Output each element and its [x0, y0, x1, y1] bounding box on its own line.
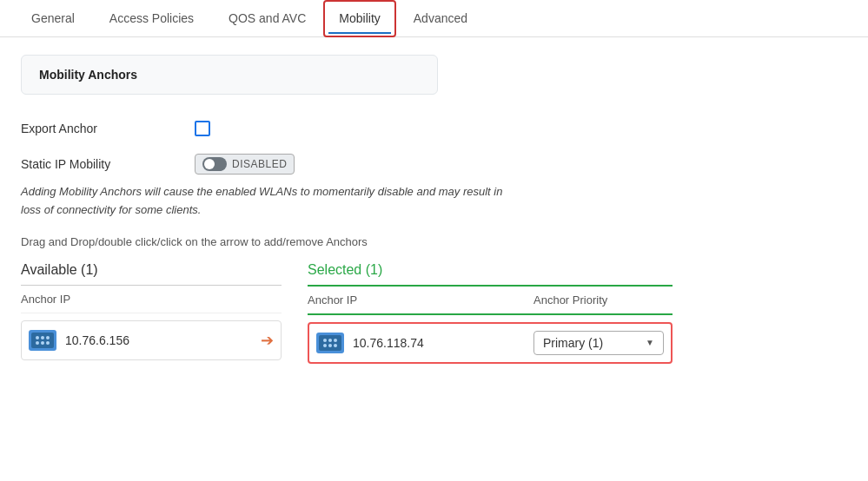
selected-anchor-ip-header: Anchor IP [308, 293, 533, 306]
selected-header: Selected (1) [308, 262, 673, 287]
dot [46, 341, 50, 345]
drag-hint: Drag and Drop/double click/click on the … [21, 235, 847, 248]
tab-qos-avc[interactable]: QOS and AVC [211, 0, 323, 37]
available-anchor-item[interactable]: 10.76.6.156 ➔ [21, 320, 282, 360]
available-anchor-ip-header: Anchor IP [21, 293, 282, 306]
tab-general-label: General [31, 11, 75, 25]
dot [334, 344, 337, 347]
export-anchor-control [195, 121, 210, 136]
dot [36, 341, 39, 345]
tab-qos-avc-label: QOS and AVC [229, 11, 306, 25]
anchor-icon [29, 330, 56, 351]
export-anchor-checkbox[interactable] [195, 121, 210, 136]
available-column: Available (1) Anchor IP [21, 262, 282, 360]
static-ip-mobility-row: Static IP Mobility DISABLED [21, 145, 847, 183]
dot [323, 344, 327, 347]
section-title: Mobility Anchors [39, 68, 420, 82]
tab-advanced[interactable]: Advanced [396, 0, 485, 37]
anchor-icon-dots [36, 336, 50, 345]
selected-anchor-ip-value: 10.76.118.74 [353, 336, 525, 350]
static-ip-mobility-toggle[interactable]: DISABLED [195, 154, 295, 175]
tab-mobility[interactable]: Mobility [323, 0, 395, 37]
selected-anchor-icon [316, 333, 344, 353]
mobility-anchors-section: Mobility Anchors [21, 55, 438, 95]
add-anchor-arrow[interactable]: ➔ [261, 331, 274, 350]
tab-bar: General Access Policies QOS and AVC Mobi… [0, 0, 868, 37]
static-ip-mobility-control: DISABLED [195, 154, 295, 175]
tab-access-policies-label: Access Policies [109, 11, 194, 25]
dot [323, 339, 327, 342]
selected-column: Selected (1) Anchor IP Anchor Priority [308, 262, 673, 364]
toggle-knob [202, 157, 227, 171]
selected-anchor-item[interactable]: 10.76.118.74 Primary (1) ▼ [308, 322, 673, 364]
dropdown-arrow-icon: ▼ [646, 338, 654, 347]
tab-access-policies[interactable]: Access Policies [92, 0, 211, 37]
dot [46, 336, 50, 339]
dot [41, 336, 44, 339]
tab-general[interactable]: General [14, 0, 92, 37]
priority-dropdown[interactable]: Primary (1) ▼ [533, 331, 664, 355]
dot [328, 344, 332, 347]
export-anchor-row: Export Anchor [21, 112, 847, 145]
tab-advanced-label: Advanced [414, 11, 467, 25]
export-anchor-label: Export Anchor [21, 122, 195, 135]
selected-table-header: Anchor IP Anchor Priority [308, 287, 673, 315]
tab-mobility-label: Mobility [339, 11, 380, 25]
dot [41, 341, 44, 345]
priority-value: Primary (1) [543, 336, 603, 350]
columns-wrap: Available (1) Anchor IP [21, 262, 847, 364]
selected-anchor-icon-inner [319, 335, 341, 351]
selected-anchor-icon-dots [323, 339, 337, 347]
selected-priority-header: Anchor Priority [533, 293, 673, 306]
info-text: Adding Mobility Anchors will cause the e… [21, 183, 525, 220]
static-ip-mobility-label: Static IP Mobility [21, 157, 195, 171]
available-anchor-ip: 10.76.6.156 [65, 333, 252, 347]
main-content: Mobility Anchors Export Anchor Static IP… [0, 37, 868, 381]
dot [334, 339, 337, 342]
available-table-header: Anchor IP [21, 286, 282, 313]
anchor-icon-inner [31, 333, 54, 348]
dot [328, 339, 332, 342]
toggle-label: DISABLED [232, 158, 287, 170]
available-header: Available (1) [21, 262, 282, 286]
dot [36, 336, 39, 339]
